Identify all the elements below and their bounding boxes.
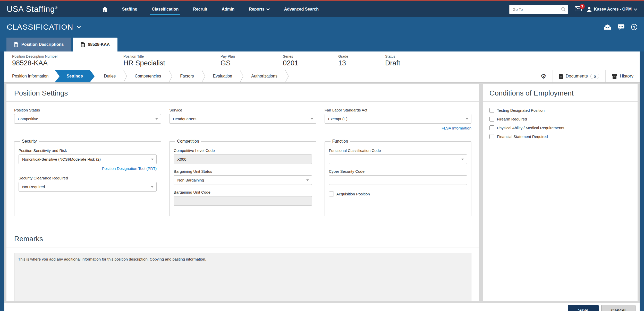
sensitivity-select[interactable]: Noncritical-Sensitive (NCS)/Moderate Ris… bbox=[19, 154, 157, 164]
step-position-information[interactable]: Position Information bbox=[4, 74, 56, 79]
summary-label: Grade bbox=[338, 54, 385, 58]
position-status-label: Position Status bbox=[14, 108, 161, 112]
appbar-title-menu[interactable]: CLASSIFICATION bbox=[7, 23, 81, 31]
summary-label: Pay Plan bbox=[221, 54, 283, 58]
summary-position-description-number: Position Description Number 98528-KAA bbox=[12, 54, 123, 67]
firearm-required-checkbox[interactable] bbox=[489, 117, 494, 122]
step-competencies[interactable]: Competencies bbox=[127, 74, 169, 79]
step-separator bbox=[285, 70, 289, 82]
user-name: Kasey Acres - OPM bbox=[594, 7, 632, 12]
remarks-textarea[interactable]: This is where you add any additional inf… bbox=[14, 253, 471, 301]
functional-classification-code-label: Functional Classification Code bbox=[329, 148, 467, 153]
documents-label: Documents bbox=[566, 74, 588, 79]
step-duties[interactable]: Duties bbox=[96, 74, 123, 79]
physical-ability-row[interactable]: Physical Ability / Medical Requirements bbox=[489, 125, 631, 130]
tab-label: Position Descriptions bbox=[21, 42, 64, 47]
select-caret-icon bbox=[151, 159, 154, 160]
navbar-right: 3 Kasey Acres - OPM bbox=[509, 5, 637, 14]
acquisition-position-checkbox-row[interactable]: Acquisition Position bbox=[329, 192, 467, 196]
goto-search bbox=[509, 5, 568, 14]
function-group: Function Functional Classification Code … bbox=[325, 139, 471, 216]
user-icon bbox=[587, 7, 592, 12]
position-settings-panel: Position Settings Position Status Compet… bbox=[6, 84, 479, 301]
step-evaluation[interactable]: Evaluation bbox=[205, 74, 240, 79]
physical-ability-checkbox[interactable] bbox=[489, 125, 494, 130]
firearm-required-row[interactable]: Firearm Required bbox=[489, 117, 631, 122]
clearance-value: Not Required bbox=[22, 185, 45, 189]
document-icon bbox=[81, 42, 85, 47]
summary-value: Draft bbox=[385, 59, 400, 67]
divider bbox=[6, 247, 479, 247]
home-button[interactable] bbox=[101, 4, 108, 14]
competitive-level-code-label: Competitive Level Code bbox=[174, 148, 312, 153]
flsa-field: Fair Labor Standards Act Exempt (E) FLSA… bbox=[325, 108, 471, 130]
main-navbar: USA Staffing® Staffing Classification Re… bbox=[0, 1, 644, 17]
tab-98528-kaa[interactable]: 98528-KAA bbox=[73, 38, 117, 51]
clearance-select[interactable]: Not Required bbox=[19, 182, 157, 192]
condition-label: Physical Ability / Medical Requirements bbox=[497, 126, 564, 130]
history-label: History bbox=[620, 74, 633, 79]
summary-label: Status bbox=[385, 54, 400, 58]
documents-button[interactable]: Documents 5 bbox=[553, 70, 605, 82]
position-status-select[interactable]: Competitive bbox=[14, 114, 161, 124]
step-settings[interactable]: Settings bbox=[55, 70, 95, 82]
bargaining-unit-status-label: Bargaining Unit Status bbox=[174, 169, 312, 174]
position-designation-tool-link[interactable]: Position Designation Tool (PDT) bbox=[19, 166, 157, 171]
mail-icon[interactable] bbox=[604, 24, 611, 30]
select-caret-icon bbox=[461, 159, 464, 160]
competition-legend: Competition bbox=[175, 139, 201, 144]
competition-group: Competition Competitive Level Code X000 … bbox=[169, 139, 316, 216]
acquisition-position-label: Acquisition Position bbox=[336, 192, 370, 196]
bargaining-unit-status-select[interactable]: Non Bargaining bbox=[174, 175, 312, 185]
summary-label: Position Description Number bbox=[12, 54, 123, 58]
tab-label: 98528-KAA bbox=[88, 42, 109, 47]
summary-status: Status Draft bbox=[385, 54, 400, 67]
bargaining-unit-code-label: Bargaining Unit Code bbox=[174, 190, 312, 194]
summary-value: 98528-KAA bbox=[12, 59, 123, 67]
nav-item-advanced-search[interactable]: Advanced Search bbox=[284, 4, 319, 14]
select-caret-icon bbox=[155, 118, 158, 120]
classification-appbar: CLASSIFICATION ? bbox=[0, 17, 644, 37]
financial-statement-row[interactable]: Financial Statement Required bbox=[489, 134, 631, 139]
acquisition-position-checkbox[interactable] bbox=[329, 192, 334, 196]
nav-item-reports[interactable]: Reports bbox=[248, 4, 270, 14]
step-authorizations[interactable]: Authorizations bbox=[243, 74, 285, 79]
condition-label: Financial Statement Required bbox=[497, 134, 548, 139]
tab-position-descriptions[interactable]: Position Descriptions bbox=[6, 38, 71, 51]
cancel-button[interactable]: Cancel bbox=[601, 305, 635, 311]
summary-value: 0201 bbox=[283, 59, 338, 67]
notifications-button[interactable]: 3 bbox=[575, 6, 582, 12]
function-legend: Function bbox=[331, 139, 350, 144]
testing-designated-position-checkbox[interactable] bbox=[489, 108, 494, 113]
feedback-chat-icon[interactable] bbox=[618, 24, 624, 30]
select-caret-icon bbox=[306, 179, 309, 181]
flsa-information-link[interactable]: FLSA Information bbox=[325, 126, 471, 130]
settings-gear-button[interactable]: ⚙ bbox=[534, 70, 552, 82]
bargaining-unit-status-value: Non Bargaining bbox=[177, 178, 204, 182]
functional-classification-code-select[interactable] bbox=[329, 154, 467, 164]
gear-icon: ⚙ bbox=[540, 73, 546, 80]
nav-item-classification[interactable]: Classification bbox=[151, 4, 179, 14]
testing-designated-position-row[interactable]: Testing Designated Position bbox=[489, 108, 631, 113]
nav-item-admin[interactable]: Admin bbox=[221, 4, 235, 14]
help-icon[interactable]: ? bbox=[631, 24, 637, 30]
step-separator bbox=[169, 70, 172, 82]
nav-item-staffing[interactable]: Staffing bbox=[122, 4, 138, 14]
select-caret-icon bbox=[466, 118, 468, 120]
user-menu[interactable]: Kasey Acres - OPM bbox=[587, 7, 637, 12]
summary-label: Series bbox=[283, 54, 338, 58]
service-select[interactable]: Headquarters bbox=[169, 114, 316, 124]
history-button[interactable]: History bbox=[605, 70, 640, 82]
service-label: Service bbox=[169, 108, 316, 112]
save-button[interactable]: Save bbox=[568, 305, 599, 311]
financial-statement-checkbox[interactable] bbox=[489, 134, 494, 139]
cyber-security-code-input[interactable] bbox=[329, 175, 467, 185]
condition-label: Firearm Required bbox=[497, 117, 527, 121]
step-factors[interactable]: Factors bbox=[172, 74, 201, 79]
search-icon[interactable] bbox=[561, 7, 566, 12]
home-icon bbox=[102, 7, 108, 12]
nav-item-recruit[interactable]: Recruit bbox=[192, 4, 208, 14]
goto-input[interactable] bbox=[509, 5, 568, 14]
cyber-security-code-label: Cyber Security Code bbox=[329, 169, 467, 174]
flsa-select[interactable]: Exempt (E) bbox=[325, 114, 471, 124]
